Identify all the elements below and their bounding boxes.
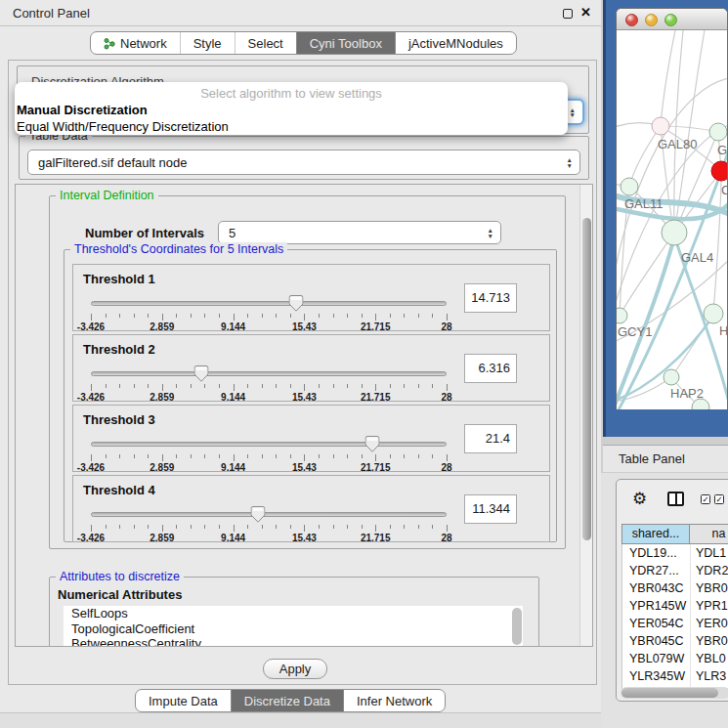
tab-label: Network (120, 36, 167, 51)
slider-ticks (91, 384, 447, 392)
slider-handle[interactable] (289, 295, 304, 312)
control-panel: Control Panel ✕ NetworkStyleSelectCyni T… (0, 0, 601, 728)
close-icon[interactable]: ✕ (580, 5, 591, 20)
list-scrollbar[interactable] (512, 608, 522, 645)
combobox-arrows-icon: ▲▼ (567, 157, 573, 168)
tick-label: 15.43 (292, 462, 317, 473)
dropdown-hint: Select algorithm to view settings (15, 85, 568, 102)
network-node-gal4[interactable] (662, 220, 687, 245)
table-row[interactable]: YLR345WYLR3 (622, 667, 728, 685)
tab-style[interactable]: Style (180, 32, 235, 54)
table-row[interactable]: YBL079WYBL0 (622, 650, 728, 667)
tab-infer-network[interactable]: Infer Network (343, 690, 445, 711)
gear-icon[interactable]: ⚙ (632, 489, 647, 508)
slider-track[interactable] (91, 371, 447, 376)
slider-track[interactable] (91, 442, 447, 447)
attribute-item-topologicalcoefficient[interactable]: TopologicalCoefficient (64, 621, 523, 637)
apply-button[interactable]: Apply (263, 659, 327, 679)
threshold-value-field[interactable]: 14.713 (464, 283, 517, 313)
network-node-gal80[interactable] (652, 117, 669, 135)
tick-label: 9.144 (221, 462, 245, 473)
cyni-toolbox-panel: Discretization Algorithm ▲▼ Select algor… (8, 60, 597, 685)
slider-handle[interactable] (364, 436, 379, 452)
column-header-na[interactable]: na (690, 524, 728, 544)
network-node-gal1[interactable] (709, 123, 727, 141)
network-node-hap-right[interactable] (704, 304, 723, 323)
slider-track[interactable] (91, 512, 447, 517)
network-node-selected-node[interactable] (711, 161, 728, 181)
table-row[interactable]: YBR045CYBR0 (622, 632, 728, 650)
network-window-titlebar[interactable] (617, 9, 727, 30)
minimize-traffic-light-icon[interactable] (645, 14, 658, 26)
threshold-slider[interactable]: -3.4262.8599.14415.4321.71528 (91, 365, 447, 401)
tick-label: 21.715 (361, 533, 391, 543)
tab-label: Impute Data (149, 694, 218, 708)
threshold-slider[interactable]: -3.4262.8599.14415.4321.71528 (91, 506, 447, 541)
tick-label: 2.859 (150, 321, 174, 332)
scrollbar-thumb[interactable] (621, 688, 718, 698)
table-row[interactable]: YBR043CYBR0 (622, 579, 728, 597)
tick-label: 2.859 (150, 533, 174, 543)
zoom-traffic-light-icon[interactable] (664, 14, 677, 26)
table-row[interactable]: YPR145WYPR1 (622, 597, 728, 615)
attribute-item-selfloops[interactable]: SelfLoops (64, 606, 523, 621)
slider-handle[interactable] (251, 506, 266, 523)
tab-select[interactable]: Select (235, 32, 296, 54)
menu-item-equal-width-frequency-discretization[interactable]: Equal Width/Frequency Discretization (15, 118, 568, 135)
tab-impute-data[interactable]: Impute Data (136, 690, 231, 711)
menu-item-manual-discretization[interactable]: Manual Discretization (15, 102, 568, 118)
tab-label: Cyni Toolbox (310, 36, 382, 51)
tick-label: 28 (441, 533, 451, 543)
tab-cyni-toolbox[interactable]: Cyni Toolbox (296, 32, 395, 54)
threshold-value-field[interactable]: 21.4 (464, 424, 517, 453)
threshold-panel-3: Threshold 3-3.4262.8599.14415.4321.71528… (72, 405, 550, 472)
checkbox-icon[interactable]: ✓ (714, 494, 724, 504)
network-node-gcy1[interactable] (617, 308, 627, 323)
column-header-shared-[interactable]: shared... (621, 524, 690, 544)
table-row[interactable]: YDR27...YDR2 (622, 562, 728, 579)
node-label: C (721, 183, 728, 197)
table-data-combobox[interactable]: galFiltered.sif default node ▲▼ (27, 150, 580, 175)
threshold-panel-4: Threshold 4-3.4262.8599.14415.4321.71528… (72, 475, 550, 542)
cell-name: YBR0 (691, 632, 728, 650)
tick-label: 9.144 (221, 321, 245, 332)
table-row[interactable]: YER054CYER0 (622, 615, 728, 632)
vertical-scrollbar[interactable] (579, 185, 592, 646)
tick-label: 21.715 (361, 321, 391, 332)
scrollbar-thumb[interactable] (582, 218, 591, 540)
float-window-icon[interactable] (563, 9, 573, 19)
attributes-list[interactable]: SelfLoopsTopologicalCoefficientBetweenne… (64, 606, 523, 647)
network-canvas[interactable]: GAL80GACGAL11GAL4GCY1HAHAP2 (617, 30, 728, 409)
control-panel-titlebar: Control Panel ✕ (0, 0, 601, 26)
tab-jactivemnodules[interactable]: jActiveMNodules (395, 32, 516, 54)
cell-shared-name: YER054C (622, 615, 691, 632)
close-traffic-light-icon[interactable] (625, 14, 638, 26)
app-root: { "panel": { "title": "Control Panel" },… (0, 0, 728, 728)
cell-shared-name: YLR345W (622, 667, 691, 685)
slider-track[interactable] (91, 301, 447, 306)
attribute-item-betweennesscentrality[interactable]: BetweennessCentrality (64, 636, 523, 647)
network-node-hap2[interactable] (664, 369, 679, 385)
network-node-gal11[interactable] (621, 178, 638, 195)
threshold-slider[interactable]: -3.4262.8599.14415.4321.71528 (91, 436, 447, 471)
checkbox-icon[interactable]: ✓ (701, 494, 710, 504)
columns-icon[interactable] (667, 492, 684, 506)
slider-handle[interactable] (193, 365, 208, 382)
table-row[interactable]: YDL19...YDL1 (622, 544, 728, 562)
interval-definition-group: Interval Definition Number of Intervals … (49, 195, 566, 549)
group-title: Interval Definition (56, 189, 158, 202)
network-edge (629, 126, 661, 187)
combobox-value: galFiltered.sif default node (38, 155, 187, 170)
tab-network[interactable]: Network (91, 32, 180, 54)
tab-discretize-data[interactable]: Discretize Data (231, 690, 343, 711)
algorithm-dropdown-popup: Select algorithm to view settings Manual… (15, 82, 568, 135)
cell-shared-name: YBL079W (622, 650, 691, 667)
threshold-value-field[interactable]: 6.316 (464, 354, 517, 383)
table-panel: ⚙ ✓ ✓ shared...na YDL19...YDL1YDR27...YD… (601, 473, 728, 728)
horizontal-scrollbar[interactable] (621, 687, 728, 699)
tick-label: 9.144 (221, 533, 245, 543)
threshold-value-field[interactable]: 11.344 (464, 494, 517, 524)
node-label: HA (719, 323, 728, 338)
number-of-intervals-spinner[interactable]: 5 ▲▼ (218, 221, 501, 244)
threshold-slider[interactable]: -3.4262.8599.14415.4321.71528 (91, 295, 447, 330)
